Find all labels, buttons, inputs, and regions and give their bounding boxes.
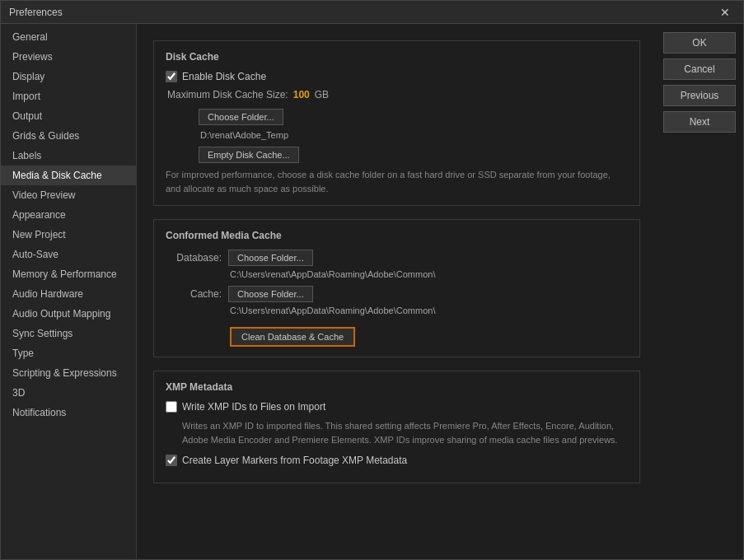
cache-path: C:\Users\renat\AppData\Roaming\Adobe\Com… (166, 306, 628, 315)
sidebar-item-grids-guides[interactable]: Grids & Guides (1, 126, 136, 146)
enable-disk-cache-label: Enable Disk Cache (182, 71, 266, 82)
write-xmp-row: Write XMP IDs to Files on Import (166, 401, 628, 413)
sidebar-item-display[interactable]: Display (1, 67, 136, 86)
max-size-value: 100 (293, 89, 310, 100)
max-size-label: Maximum Disk Cache Size: (167, 89, 288, 100)
sidebar-item-notifications[interactable]: Notifications (1, 403, 136, 422)
xmp-metadata-title: XMP Metadata (166, 381, 628, 393)
disk-cache-info: For improved performance, choose a disk … (166, 168, 628, 195)
choose-folder-button[interactable]: Choose Folder... (199, 109, 283, 125)
close-button[interactable]: ✕ (715, 4, 735, 21)
cancel-button[interactable]: Cancel (663, 58, 736, 80)
sidebar-item-labels[interactable]: Labels (1, 146, 136, 166)
write-xmp-checkbox[interactable] (166, 401, 177, 413)
sidebar-item-import[interactable]: Import (1, 86, 136, 106)
disk-cache-title: Disk Cache (166, 51, 628, 63)
write-xmp-description: Writes an XMP ID to imported files. This… (166, 419, 628, 446)
database-row: Database: Choose Folder... (166, 250, 628, 266)
previous-button[interactable]: Previous (663, 85, 736, 106)
main-panel: Disk Cache Enable Disk Cache Maximum Dis… (137, 24, 657, 559)
sidebar-item-video-preview[interactable]: Video Preview (1, 185, 136, 205)
sidebar-item-general[interactable]: General (1, 27, 136, 47)
sidebar-item-media-disk-cache[interactable]: Media & Disk Cache (1, 166, 136, 185)
clean-database-cache-button[interactable]: Clean Database & Cache (230, 327, 355, 347)
preferences-window: Preferences ✕ GeneralPreviewsDisplayImpo… (0, 0, 744, 560)
max-size-unit: GB (315, 89, 329, 100)
sidebar-item-sync-settings[interactable]: Sync Settings (1, 324, 136, 343)
sidebar-item-appearance[interactable]: Appearance (1, 205, 136, 225)
cache-row: Cache: Choose Folder... (166, 286, 628, 302)
content-area: GeneralPreviewsDisplayImportOutputGrids … (1, 24, 743, 559)
conformed-media-cache-section: Conformed Media Cache Database: Choose F… (153, 219, 640, 357)
xmp-metadata-section: XMP Metadata Write XMP IDs to Files on I… (153, 371, 640, 483)
ok-button[interactable]: OK (663, 32, 736, 54)
sidebar-item-memory-performance[interactable]: Memory & Performance (1, 264, 136, 284)
folder-path: D:\renat\Adobe_Temp (199, 130, 628, 140)
sidebar-item-previews[interactable]: Previews (1, 47, 136, 67)
sidebar-item-new-project[interactable]: New Project (1, 225, 136, 245)
database-choose-folder-button[interactable]: Choose Folder... (228, 250, 313, 266)
create-markers-row: Create Layer Markers from Footage XMP Me… (166, 455, 628, 466)
create-markers-label: Create Layer Markers from Footage XMP Me… (182, 455, 407, 466)
sidebar-item-auto-save[interactable]: Auto-Save (1, 245, 136, 264)
sidebar-item-audio-hardware[interactable]: Audio Hardware (1, 284, 136, 304)
write-xmp-label: Write XMP IDs to Files on Import (182, 401, 325, 413)
enable-disk-cache-checkbox[interactable] (166, 71, 177, 82)
database-label: Database: (166, 252, 222, 264)
cache-label: Cache: (166, 288, 222, 300)
disk-cache-section: Disk Cache Enable Disk Cache Maximum Dis… (153, 40, 640, 206)
sidebar: GeneralPreviewsDisplayImportOutputGrids … (1, 24, 137, 559)
create-markers-checkbox[interactable] (166, 455, 177, 466)
next-button[interactable]: Next (663, 111, 736, 133)
sidebar-item-audio-output[interactable]: Audio Output Mapping (1, 304, 136, 324)
conformed-media-cache-title: Conformed Media Cache (166, 230, 628, 241)
sidebar-item-type[interactable]: Type (1, 343, 136, 363)
cache-choose-folder-button[interactable]: Choose Folder... (228, 286, 313, 302)
database-path: C:\Users\renat\AppData\Roaming\Adobe\Com… (166, 269, 628, 279)
sidebar-item-scripting[interactable]: Scripting & Expressions (1, 363, 136, 383)
max-size-row: Maximum Disk Cache Size: 100 GB (166, 89, 628, 100)
title-bar: Preferences ✕ (1, 1, 743, 24)
sidebar-item-output[interactable]: Output (1, 106, 136, 126)
sidebar-item-3d[interactable]: 3D (1, 383, 136, 403)
enable-disk-cache-row: Enable Disk Cache (166, 71, 628, 82)
empty-disk-cache-button[interactable]: Empty Disk Cache... (199, 147, 299, 163)
window-title: Preferences (9, 7, 63, 18)
right-panel: OK Cancel Previous Next (657, 24, 743, 559)
